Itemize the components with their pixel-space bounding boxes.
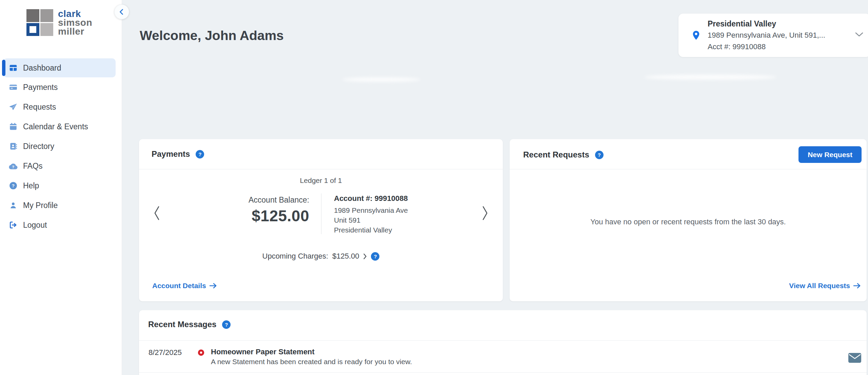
help-icon[interactable]: ? bbox=[595, 151, 604, 159]
sidebar-item-faqs[interactable]: ? FAQs bbox=[0, 156, 122, 176]
sign-out-icon bbox=[9, 221, 18, 229]
background-cloud bbox=[342, 77, 420, 82]
arrow-right-icon bbox=[853, 283, 861, 289]
view-all-requests-label: View All Requests bbox=[789, 282, 850, 290]
sidebar-item-requests[interactable]: Requests bbox=[0, 97, 122, 117]
divider bbox=[139, 169, 503, 169]
logo-square-light bbox=[40, 23, 53, 36]
vertical-divider bbox=[321, 193, 321, 234]
property-name: Presidential Valley bbox=[708, 18, 825, 30]
contact-card-icon bbox=[9, 142, 18, 151]
message-date: 8/27/2025 bbox=[149, 348, 182, 357]
chevron-right-icon bbox=[363, 253, 367, 260]
sidebar-item-help[interactable]: ? Help bbox=[0, 176, 122, 195]
recent-requests-card: Recent Requests ? New Request You have n… bbox=[510, 139, 867, 301]
ledger-pagination: Ledger 1 of 1 bbox=[139, 176, 503, 185]
balance-value: $125.00 bbox=[200, 207, 309, 225]
sidebar-nav: Dashboard Payments Requests Calendar & E… bbox=[0, 58, 122, 235]
active-indicator-bar bbox=[2, 60, 5, 76]
unread-indicator-icon bbox=[197, 349, 205, 358]
ledger-address-line3: Presidential Valley bbox=[334, 225, 408, 235]
sidebar-item-label: Dashboard bbox=[23, 63, 61, 73]
ledger-address-line2: Unit 591 bbox=[334, 215, 408, 225]
carousel-previous-button[interactable] bbox=[153, 206, 161, 222]
dashboard-grid-icon bbox=[9, 63, 18, 72]
logo-square-medium bbox=[40, 9, 53, 22]
sidebar-item-logout[interactable]: Logout bbox=[0, 215, 122, 235]
sidebar: clark simson miller Dashboard Payments R… bbox=[0, 0, 122, 375]
sidebar-item-label: FAQs bbox=[23, 162, 43, 171]
help-icon[interactable]: ? bbox=[371, 252, 379, 261]
ledger-address-block: Account #: 99910088 1989 Pennsylvania Av… bbox=[334, 193, 408, 235]
credit-card-icon bbox=[9, 83, 18, 92]
sidebar-item-directory[interactable]: Directory bbox=[0, 136, 122, 156]
sidebar-item-calendar[interactable]: Calendar & Events bbox=[0, 117, 122, 136]
logo-text: clark simson miller bbox=[58, 10, 92, 36]
account-number: Acct #: 99910088 bbox=[708, 41, 825, 53]
account-details-link[interactable]: Account Details bbox=[152, 282, 217, 290]
background-cloud bbox=[644, 75, 776, 80]
chevron-left-icon bbox=[118, 8, 125, 16]
account-details-label: Account Details bbox=[152, 282, 206, 290]
recent-requests-title: Recent Requests bbox=[523, 150, 589, 160]
logo-squares-icon bbox=[26, 9, 53, 36]
message-title: Homeowner Paper Statement bbox=[211, 348, 315, 356]
logo-square-blue bbox=[26, 23, 39, 36]
calendar-icon bbox=[9, 122, 18, 131]
account-selector[interactable]: Presidential Valley 1989 Pennsylvania Av… bbox=[678, 14, 868, 57]
recent-messages-title: Recent Messages bbox=[148, 320, 216, 329]
envelope-icon[interactable] bbox=[848, 353, 861, 364]
location-pin-icon bbox=[691, 29, 702, 42]
sidebar-item-dashboard[interactable]: Dashboard bbox=[3, 58, 116, 77]
recent-messages-card: Recent Messages ? 8/27/2025 Homeowner Pa… bbox=[139, 310, 867, 375]
recent-requests-header: Recent Requests ? bbox=[523, 150, 604, 160]
circle-question-icon: ? bbox=[9, 181, 18, 190]
page-title: Welcome, John Adams bbox=[140, 28, 284, 43]
sidebar-item-label: Payments bbox=[23, 83, 58, 92]
carousel-next-button[interactable] bbox=[481, 206, 489, 222]
logo-word-clark: clark bbox=[58, 10, 92, 18]
view-all-requests-link[interactable]: View All Requests bbox=[789, 282, 861, 290]
person-icon bbox=[9, 201, 18, 210]
recent-messages-header: Recent Messages ? bbox=[148, 320, 231, 329]
requests-empty-state: You have no open or recent requests from… bbox=[510, 218, 867, 226]
sidebar-item-label: Directory bbox=[23, 142, 54, 151]
sidebar-item-payments[interactable]: Payments bbox=[0, 77, 122, 97]
sidebar-item-label: Help bbox=[23, 181, 39, 190]
svg-text:?: ? bbox=[12, 165, 14, 169]
logo-square-dark bbox=[26, 9, 39, 22]
sidebar-item-label: Logout bbox=[23, 221, 47, 230]
sidebar-item-label: Calendar & Events bbox=[23, 122, 88, 131]
help-icon[interactable]: ? bbox=[196, 150, 204, 158]
payments-header: Payments ? bbox=[152, 149, 204, 159]
logo-word-miller: miller bbox=[58, 27, 92, 36]
message-body: A new Statement has been created and is … bbox=[211, 358, 412, 366]
ledger-account-number: Account #: 99910088 bbox=[334, 193, 408, 203]
sidebar-collapse-button[interactable] bbox=[114, 4, 129, 19]
new-request-button[interactable]: New Request bbox=[798, 146, 862, 163]
divider bbox=[510, 169, 867, 169]
upcoming-charges-row[interactable]: Upcoming Charges: $125.00 ? bbox=[139, 252, 503, 261]
logo-word-simson: simson bbox=[58, 18, 92, 27]
paper-plane-icon bbox=[9, 102, 18, 111]
property-address: 1989 Pennsylvania Ave, Unit 591,... bbox=[708, 30, 825, 41]
balance-label: Account Balance: bbox=[200, 195, 309, 205]
sidebar-item-my-profile[interactable]: My Profile bbox=[0, 195, 122, 215]
company-logo: clark simson miller bbox=[26, 9, 92, 36]
arrow-right-icon bbox=[209, 283, 217, 289]
sidebar-item-label: Requests bbox=[23, 102, 56, 112]
payments-title: Payments bbox=[152, 149, 190, 159]
account-selector-text: Presidential Valley 1989 Pennsylvania Av… bbox=[708, 18, 825, 53]
message-row[interactable]: 8/27/2025 Homeowner Paper Statement A ne… bbox=[139, 341, 867, 373]
ledger-address-line1: 1989 Pennsylvania Ave bbox=[334, 205, 408, 215]
cloud-question-icon: ? bbox=[9, 162, 18, 170]
svg-text:?: ? bbox=[12, 183, 15, 188]
upcoming-charges-label: Upcoming Charges: bbox=[262, 252, 328, 261]
help-icon[interactable]: ? bbox=[222, 320, 231, 329]
payments-card: Payments ? Ledger 1 of 1 Account Balance… bbox=[139, 139, 503, 301]
chevron-down-icon[interactable] bbox=[855, 32, 864, 38]
upcoming-charges-value: $125.00 bbox=[332, 252, 359, 261]
account-balance-block: Account Balance: $125.00 bbox=[200, 195, 309, 225]
sidebar-item-label: My Profile bbox=[23, 201, 58, 210]
